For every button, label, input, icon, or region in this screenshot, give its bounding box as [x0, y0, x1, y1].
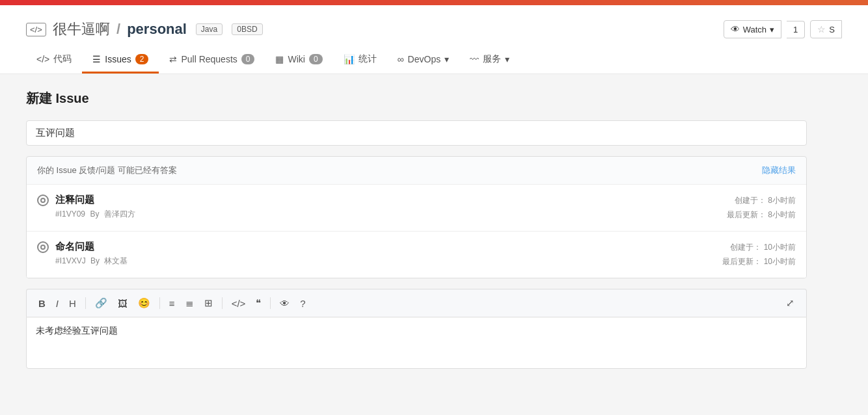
tab-pullrequests[interactable]: ⇄ Pull Requests 0 [159, 47, 265, 74]
editor-content[interactable]: 未考虑经验互评问题 [27, 317, 806, 356]
circle-inner-1 [40, 245, 46, 250]
toolbar-heading[interactable]: H [65, 295, 80, 312]
issue-id-1: #I1VXVJ [55, 256, 86, 265]
toolbar-quote[interactable]: ❝ [252, 295, 265, 312]
issue-created-1: 创建于： 10小时前 [722, 241, 796, 255]
toolbar-preview[interactable]: 👁 [276, 295, 293, 312]
tag-license: 0BSD [232, 23, 262, 35]
issue-status-icon-0 [37, 194, 49, 206]
star-button[interactable]: ☆ S [810, 20, 842, 38]
tab-issues-label: Issues [105, 54, 131, 64]
tab-wiki-label: Wiki [288, 54, 305, 64]
service-icon: 〰 [470, 54, 479, 64]
issue-updated-0: 最后更新： 8小时前 [727, 208, 796, 222]
main-content: 新建 Issue 你的 Issue 反馈/问题 可能已经有答案 隐藏结果 注释问… [0, 74, 833, 384]
issue-meta-0: #I1VY09 By 善泽四方 [55, 209, 727, 220]
toolbar-expand[interactable]: ⤢ [782, 295, 798, 312]
toolbar-image[interactable]: 🖼 [114, 295, 131, 312]
wiki-icon: ▦ [275, 54, 284, 64]
issue-title-input[interactable] [26, 120, 807, 146]
hide-results-link[interactable]: 隐藏结果 [762, 165, 796, 176]
toolbar-link[interactable]: 🔗 [91, 295, 111, 312]
tab-devops-label: DevOps [408, 54, 441, 64]
repo-title-row: </> 很牛逼啊 / personal Java 0BSD 👁 Watch ▾ … [26, 13, 842, 47]
toolbar-divider-4 [270, 297, 271, 309]
issue-info-0: 注释问题 #I1VY09 By 善泽四方 [55, 194, 727, 220]
updated-label-0: 最后更新： [727, 210, 766, 219]
toolbar-help[interactable]: ? [296, 295, 309, 312]
repo-title-left: </> 很牛逼啊 / personal Java 0BSD [26, 20, 263, 39]
suggestion-item-1[interactable]: 命名问题 #I1VXVJ By 林文基 创建于： 10小时前 最后更新： 10小… [27, 232, 806, 278]
updated-time-0: 8小时前 [768, 210, 796, 219]
header-actions: 👁 Watch ▾ 1 ☆ S [724, 20, 842, 38]
issue-meta-1: #I1VXVJ By 林文基 [55, 256, 722, 267]
tab-service-label: 服务 [483, 53, 501, 65]
pr-badge: 0 [241, 54, 255, 64]
toolbar-bold[interactable]: B [34, 295, 49, 312]
issue-title-0: 注释问题 [55, 194, 727, 206]
devops-icon: ∞ [398, 54, 404, 64]
header-area: </> 很牛逼啊 / personal Java 0BSD 👁 Watch ▾ … [0, 5, 868, 74]
updated-label-1: 最后更新： [722, 257, 761, 266]
issue-author-1: 林文基 [104, 256, 128, 265]
top-bar [0, 0, 868, 5]
repo-full-name: 很牛逼啊 / personal [53, 20, 187, 39]
suggestion-box: 你的 Issue 反馈/问题 可能已经有答案 隐藏结果 注释问题 #I1VY09… [26, 156, 807, 278]
suggestion-header-text: 你的 Issue 反馈/问题 可能已经有答案 [37, 165, 177, 176]
nav-tabs: </> 代码 ☰ Issues 2 ⇄ Pull Requests 0 ▦ Wi… [26, 47, 842, 74]
issue-by-1: By [90, 256, 100, 265]
issue-author-0: 善泽四方 [104, 209, 135, 219]
tab-devops[interactable]: ∞ DevOps ▾ [387, 47, 460, 74]
created-label-0: 创建于： [735, 196, 766, 205]
watch-button[interactable]: 👁 Watch ▾ [724, 20, 781, 38]
toolbar-emoji[interactable]: 😊 [134, 295, 154, 312]
issue-title-1: 命名问题 [55, 241, 722, 253]
stats-icon: 📊 [344, 54, 355, 64]
tab-stats-label: 统计 [359, 53, 377, 65]
org-name: 很牛逼啊 [53, 21, 110, 37]
suggestion-item-0[interactable]: 注释问题 #I1VY09 By 善泽四方 创建于： 8小时前 最后更新： 8小时… [27, 185, 806, 232]
tag-java: Java [196, 23, 223, 35]
repo-icon: </> [26, 23, 46, 36]
devops-dropdown-icon: ▾ [444, 54, 449, 64]
star-label: S [829, 25, 835, 34]
tab-wiki[interactable]: ▦ Wiki 0 [265, 47, 332, 74]
created-time-0: 8小时前 [768, 196, 796, 205]
pr-icon: ⇄ [169, 54, 177, 64]
created-time-1: 10小时前 [764, 243, 796, 252]
issue-id-0: #I1VY09 [55, 209, 85, 219]
toolbar-code[interactable]: </> [228, 295, 250, 312]
toolbar-italic[interactable]: I [52, 295, 62, 312]
tab-issues[interactable]: ☰ Issues 2 [82, 47, 159, 74]
code-icon: </> [36, 54, 49, 64]
toolbar-divider-2 [159, 297, 160, 309]
toolbar-ol[interactable]: ≣ [182, 295, 198, 312]
tab-stats[interactable]: 📊 统计 [333, 47, 387, 74]
watch-label: Watch [743, 25, 766, 34]
repo-name-text: personal [127, 21, 187, 37]
star-icon: ☆ [817, 24, 826, 34]
service-dropdown-icon: ▾ [505, 54, 509, 64]
toolbar-divider-3 [222, 297, 223, 309]
eye-icon: 👁 [731, 24, 740, 34]
created-label-1: 创建于： [730, 243, 761, 252]
editor-toolbar: B I H 🔗 🖼 😊 ≡ ≣ ⊞ </> ❝ 👁 ? ⤢ [26, 289, 807, 317]
watch-count[interactable]: 1 [787, 21, 805, 38]
issue-times-1: 创建于： 10小时前 最后更新： 10小时前 [722, 241, 796, 269]
watch-dropdown-icon: ▾ [770, 25, 774, 34]
editor-area[interactable]: 未考虑经验互评问题 [26, 317, 807, 369]
issue-times-0: 创建于： 8小时前 最后更新： 8小时前 [727, 194, 796, 222]
toolbar-divider-1 [85, 297, 86, 309]
slash: / [116, 21, 124, 37]
toolbar-ul[interactable]: ≡ [165, 295, 179, 312]
tab-service[interactable]: 〰 服务 ▾ [459, 47, 520, 74]
updated-time-1: 10小时前 [764, 257, 796, 266]
issues-icon: ☰ [92, 54, 101, 64]
tab-code[interactable]: </> 代码 [26, 47, 82, 74]
toolbar-table[interactable]: ⊞ [200, 295, 217, 312]
circle-inner-0 [40, 198, 46, 203]
issue-by-0: By [90, 209, 99, 219]
issue-created-0: 创建于： 8小时前 [727, 194, 796, 208]
issue-status-icon-1 [37, 241, 49, 253]
wiki-badge: 0 [309, 54, 323, 64]
